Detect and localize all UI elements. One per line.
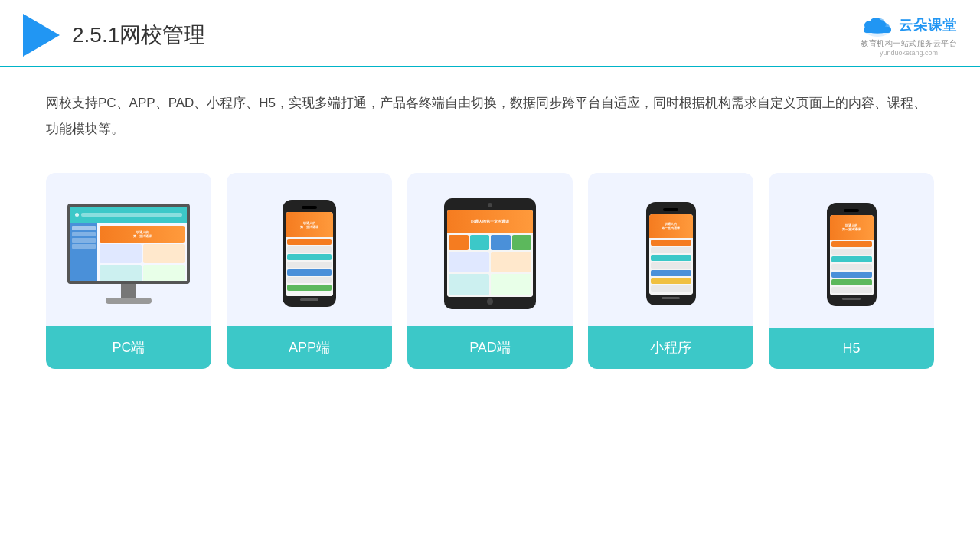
phone-screen-body [286, 237, 333, 296]
h5-phone-mockup: 职通人的第一堂沟通课 [827, 203, 877, 306]
company-logo: 云朵课堂 教育机构一站式服务云平台 yunduoketang.com [861, 14, 957, 57]
card-app-image: 职通人的第一堂沟通课 [227, 173, 392, 326]
card-pad-image: 职通人的第一堂沟通课 [407, 173, 573, 326]
logo-brand-name: 云朵课堂 [899, 16, 957, 34]
phone-screen-top: 职通人的第一堂沟通课 [286, 212, 333, 237]
card-app: 职通人的第一堂沟通课 [227, 173, 392, 369]
monitor-screen: 职通人的第一堂沟通课 [67, 204, 190, 284]
h5-phone-screen: 职通人的第一堂沟通课 [830, 215, 874, 295]
phone-screen: 职通人的第一堂沟通课 [286, 212, 333, 296]
miniapp-phone-screen: 职通人的第一堂沟通课 [649, 214, 693, 295]
pc-monitor-mockup: 职通人的第一堂沟通课 [67, 204, 190, 304]
header: 2.5.1网校管理 云朵课堂 教育机构一站式服务云平台 yunduoketang… [0, 0, 980, 67]
card-h5: 职通人的第一堂沟通课 [769, 173, 934, 369]
tablet-camera [488, 203, 492, 207]
svg-point-7 [870, 18, 882, 28]
card-miniapp-image: 职通人的第一堂沟通课 [588, 173, 753, 326]
svg-rect-8 [864, 27, 891, 33]
card-miniapp: 职通人的第一堂沟通课 [588, 173, 753, 369]
card-pc-image: 职通人的第一堂沟通课 [46, 173, 211, 326]
description-text: 网校支持PC、APP、PAD、小程序、H5，实现多端打通，产品各终端自由切换，数… [0, 67, 980, 150]
phone-body: 职通人的第一堂沟通课 [283, 200, 336, 307]
miniapp-phone-mockup: 职通人的第一堂沟通课 [646, 202, 696, 305]
tablet-body: 职通人的第一堂沟通课 [444, 198, 536, 309]
logo-tagline: 教育机构一站式服务云平台 [861, 38, 957, 49]
card-pc: 职通人的第一堂沟通课 PC端 [46, 173, 211, 369]
monitor-neck [121, 284, 136, 298]
card-h5-label: H5 [769, 328, 934, 369]
card-miniapp-label: 小程序 [588, 326, 753, 369]
tablet-screen: 职通人的第一堂沟通课 [447, 210, 533, 297]
platform-cards: 职通人的第一堂沟通课 PC端 [0, 150, 980, 384]
header-left: 2.5.1网校管理 [23, 14, 205, 57]
cloud-logo-icon [861, 14, 894, 37]
card-pad: 职通人的第一堂沟通课 [407, 173, 573, 369]
logo-cloud-area: 云朵课堂 [861, 14, 957, 37]
card-pc-label: PC端 [46, 326, 211, 369]
miniapp-phone-body: 职通人的第一堂沟通课 [646, 202, 696, 305]
page-title: 2.5.1网校管理 [72, 21, 205, 50]
card-h5-image: 职通人的第一堂沟通课 [769, 173, 934, 328]
monitor-base [106, 298, 152, 304]
card-app-label: APP端 [227, 326, 392, 369]
brand-logo-icon [23, 14, 60, 57]
h5-phone-body: 职通人的第一堂沟通课 [827, 203, 877, 306]
logo-url: yunduoketang.com [880, 49, 938, 57]
phone-home-indicator [300, 298, 318, 301]
tablet-mockup: 职通人的第一堂沟通课 [444, 198, 536, 309]
tablet-screen-top: 职通人的第一堂沟通课 [447, 210, 533, 234]
card-pad-label: PAD端 [407, 326, 573, 369]
phone-notch [302, 206, 317, 209]
app-phone-mockup: 职通人的第一堂沟通课 [283, 200, 336, 307]
